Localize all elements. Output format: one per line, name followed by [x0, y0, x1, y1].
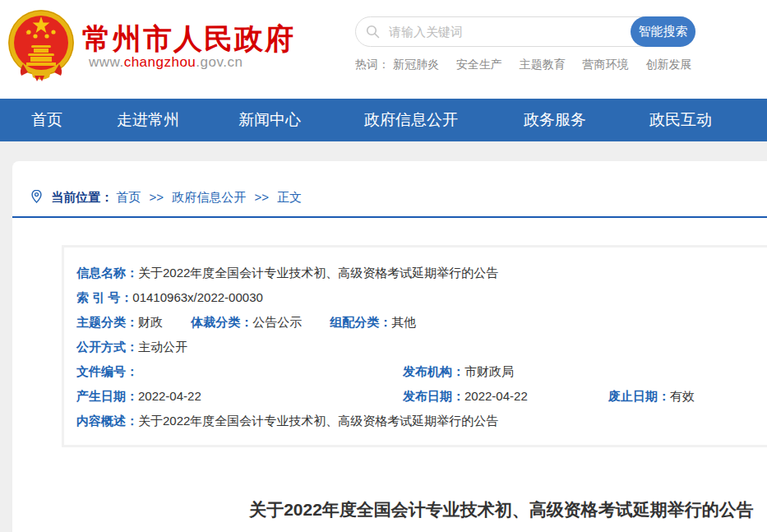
- site-header: 常州市人民政府 www.changzhou.gov.cn 智能搜索 热词： 新冠…: [0, 0, 767, 99]
- site-title[interactable]: 常州市人民政府: [82, 20, 295, 58]
- hot-word-link[interactable]: 创新发展: [645, 58, 691, 71]
- hot-word-link[interactable]: 主题教育: [520, 58, 566, 71]
- nav-item-gov-info-disclosure[interactable]: 政府信息公开: [364, 99, 458, 141]
- meta-cell-issuing-agency: 发布机构：市财政局: [403, 359, 514, 384]
- article-title: 关于2022年度全国会计专业技术初、高级资格考试延期举行的公告: [62, 498, 767, 521]
- meta-label: 信息名称：: [76, 266, 138, 280]
- meta-cell-file-number: 文件编号：: [76, 359, 403, 384]
- meta-cell-publish-date: 发布日期：2022-04-22: [403, 384, 608, 409]
- meta-row-index-number: 索 引 号：01410963x/2022-00030: [76, 285, 767, 310]
- main-nav: 首页 走进常州 新闻中心 政府信息公开 政务服务 政民互动: [0, 99, 767, 141]
- hot-word-link[interactable]: 新冠肺炎: [393, 58, 439, 71]
- breadcrumb-gov-info[interactable]: 政府信息公开: [172, 190, 246, 204]
- smart-search-button[interactable]: 智能搜索: [631, 16, 695, 47]
- meta-value: 关于2022年度全国会计专业技术初、高级资格考试延期举行的公告: [138, 266, 498, 280]
- meta-value: 01410963x/2022-00030: [132, 290, 262, 304]
- location-pin-icon: [30, 189, 43, 204]
- nav-item-public-interaction[interactable]: 政民互动: [649, 99, 712, 141]
- hot-words-label: 热词：: [355, 58, 390, 71]
- content-background: 当前位置： 首页 >> 政府信息公开 >> 正文 信息名称：关于2022年度全国…: [0, 141, 767, 532]
- meta-cell-creation-date: 产生日期：2022-04-22: [76, 384, 403, 409]
- meta-label: 公开方式：: [76, 340, 138, 354]
- content-card: 当前位置： 首页 >> 政府信息公开 >> 正文 信息名称：关于2022年度全国…: [12, 161, 767, 532]
- nav-item-gov-services[interactable]: 政务服务: [524, 99, 586, 141]
- nav-item-home[interactable]: 首页: [31, 99, 62, 141]
- search-bar: 智能搜索: [355, 16, 695, 47]
- site-url: www.changzhou.gov.cn: [89, 54, 243, 71]
- breadcrumb-current[interactable]: 正文: [277, 190, 302, 204]
- meta-row-disclosure-method: 公开方式：主动公开: [76, 335, 767, 359]
- breadcrumb-home[interactable]: 首页: [116, 190, 141, 204]
- meta-row-classification: 主题分类：财政 体裁分类：公告公示 组配分类：其他: [76, 310, 767, 335]
- meta-label: 内容概述：: [76, 414, 138, 428]
- meta-row-info-name: 信息名称：关于2022年度全国会计专业技术初、高级资格考试延期举行的公告: [76, 261, 767, 285]
- meta-row-content-summary: 内容概述：关于2022年度全国会计专业技术初、高级资格考试延期举行的公告: [76, 409, 767, 433]
- meta-row-dates: 产生日期：2022-04-22 发布日期：2022-04-22 废止日期：有效: [76, 384, 767, 409]
- breadcrumb-label: 当前位置：: [51, 190, 113, 204]
- meta-cell-genre-class: 体裁分类：公告公示: [191, 315, 302, 329]
- hot-words: 热词： 新冠肺炎 安全生产 主题教育 营商环境 创新发展: [355, 58, 705, 72]
- meta-value: 关于2022年度全国会计专业技术初、高级资格考试延期举行的公告: [138, 414, 498, 428]
- page: 常州市人民政府 www.changzhou.gov.cn 智能搜索 热词： 新冠…: [0, 0, 767, 532]
- meta-value: 主动公开: [138, 340, 187, 354]
- hot-word-link[interactable]: 安全生产: [456, 58, 502, 71]
- breadcrumb-separator: >>: [254, 190, 269, 204]
- search-icon: [366, 25, 380, 39]
- meta-cell-group-class: 组配分类：其他: [330, 315, 416, 329]
- breadcrumb-separator: >>: [150, 190, 164, 204]
- nav-item-news-center[interactable]: 新闻中心: [238, 99, 301, 141]
- document-metadata-panel: 信息名称：关于2022年度全国会计专业技术初、高级资格考试延期举行的公告 索 引…: [62, 245, 767, 447]
- hot-word-link[interactable]: 营商环境: [583, 58, 629, 71]
- meta-row-file-number: 文件编号： 发布机构：市财政局: [76, 359, 767, 384]
- meta-cell-expiry-date: 废止日期：有效: [608, 384, 695, 409]
- meta-cell-topic-class: 主题分类：财政: [76, 315, 163, 329]
- meta-label: 索 引 号：: [76, 290, 132, 304]
- breadcrumb: 当前位置： 首页 >> 政府信息公开 >> 正文: [12, 161, 767, 218]
- site-logo-link[interactable]: 常州市人民政府 www.changzhou.gov.cn: [7, 5, 286, 87]
- nav-item-about-changzhou[interactable]: 走进常州: [117, 99, 179, 141]
- national-emblem-icon: [7, 7, 76, 82]
